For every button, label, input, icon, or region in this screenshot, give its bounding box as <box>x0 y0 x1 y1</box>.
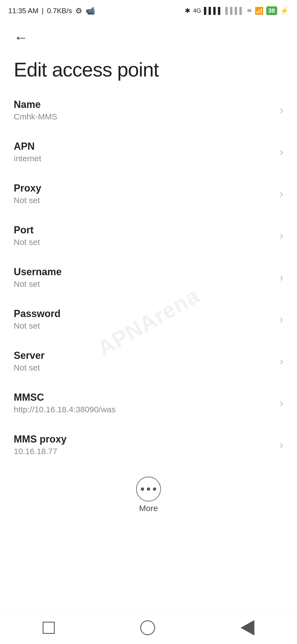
chevron-right-mms-proxy-icon: › <box>280 439 283 451</box>
camera-icon: 📹 <box>86 6 95 15</box>
settings-item-mmsc[interactable]: MMSC http://10.16.18.4:38090/was › <box>0 382 297 424</box>
settings-item-username[interactable]: Username Not set › <box>0 256 297 298</box>
more-button[interactable]: More <box>136 477 161 513</box>
nav-back-icon <box>241 620 254 635</box>
nav-recents-icon <box>43 622 55 634</box>
settings-item-apn[interactable]: APN internet › <box>0 131 297 173</box>
settings-item-mmsc-content: MMSC http://10.16.18.4:38090/was <box>14 392 274 414</box>
settings-label-password: Password <box>14 308 274 320</box>
back-button[interactable]: ← <box>11 28 31 47</box>
more-dots-icon <box>141 487 156 491</box>
status-right: ✱ 4G ▌▌▌▌ ▌▌▌▌ ✕ 📶 38 ⚡ <box>185 6 289 15</box>
dot-1 <box>141 487 144 491</box>
more-label: More <box>139 504 158 513</box>
settings-value-mms-proxy: 10.16.18.77 <box>14 447 274 456</box>
settings-item-username-content: Username Not set <box>14 266 274 289</box>
signal-bars2-icon: ▌▌▌▌ <box>226 7 244 15</box>
settings-item-server[interactable]: Server Not set › <box>0 340 297 382</box>
status-speed: 0.7KB/s <box>47 7 72 15</box>
charging-icon: ⚡ <box>280 7 289 15</box>
settings-label-proxy: Proxy <box>14 182 274 194</box>
settings-label-apn: APN <box>14 141 274 152</box>
nav-back-button[interactable] <box>235 615 260 641</box>
settings-value-mmsc: http://10.16.18.4:38090/was <box>14 405 274 414</box>
settings-value-proxy: Not set <box>14 196 274 205</box>
chevron-right-proxy-icon: › <box>280 188 283 200</box>
top-nav: ← <box>0 19 297 50</box>
battery-indicator: 38 <box>266 6 277 15</box>
settings-label-username: Username <box>14 266 274 278</box>
signal-4g-icon: 4G <box>193 7 201 14</box>
settings-item-apn-content: APN internet <box>14 141 274 163</box>
nav-home-icon <box>140 620 155 635</box>
settings-item-name[interactable]: Name Cmhk-MMS › <box>0 89 297 131</box>
settings-label-mms-proxy: MMS proxy <box>14 433 274 445</box>
settings-item-port-content: Port Not set <box>14 224 274 247</box>
settings-label-server: Server <box>14 350 274 361</box>
settings-value-port: Not set <box>14 238 274 247</box>
settings-item-name-content: Name Cmhk-MMS <box>14 99 274 121</box>
nav-bar <box>0 611 297 644</box>
settings-icon: ⚙ <box>75 6 82 15</box>
settings-item-password[interactable]: Password Not set › <box>0 298 297 340</box>
more-section: More <box>0 468 297 524</box>
battery-level: 38 <box>268 7 275 14</box>
settings-item-mms-proxy[interactable]: MMS proxy 10.16.18.77 › <box>0 424 297 466</box>
chevron-right-password-icon: › <box>280 313 283 326</box>
chevron-right-server-icon: › <box>280 355 283 367</box>
settings-item-password-content: Password Not set <box>14 308 274 331</box>
nav-home-button[interactable] <box>135 615 161 641</box>
settings-item-proxy-content: Proxy Not set <box>14 182 274 205</box>
settings-value-server: Not set <box>14 363 274 372</box>
status-separator: | <box>42 7 44 15</box>
more-circle-icon <box>136 477 161 501</box>
no-signal-icon: ✕ <box>247 7 252 14</box>
settings-list: Name Cmhk-MMS › APN internet › Proxy Not… <box>0 86 297 468</box>
page-title: Edit access point <box>0 50 297 86</box>
dot-3 <box>153 487 156 491</box>
settings-label-name: Name <box>14 99 274 110</box>
dot-2 <box>147 487 150 491</box>
settings-item-mms-proxy-content: MMS proxy 10.16.18.77 <box>14 433 274 456</box>
settings-item-server-content: Server Not set <box>14 350 274 372</box>
chevron-right-username-icon: › <box>280 271 283 284</box>
settings-label-mmsc: MMSC <box>14 392 274 403</box>
settings-value-username: Not set <box>14 279 274 289</box>
settings-value-apn: internet <box>14 154 274 163</box>
status-time: 11:35 AM <box>8 7 38 15</box>
nav-recents-button[interactable] <box>37 616 60 639</box>
settings-item-port[interactable]: Port Not set › <box>0 215 297 256</box>
status-bar: 11:35 AM | 0.7KB/s ⚙ 📹 ✱ 4G ▌▌▌▌ ▌▌▌▌ ✕ … <box>0 0 297 19</box>
settings-value-name: Cmhk-MMS <box>14 112 274 121</box>
wifi-icon: 📶 <box>255 7 263 15</box>
chevron-right-apn-icon: › <box>280 146 283 158</box>
settings-label-port: Port <box>14 224 274 236</box>
settings-item-proxy[interactable]: Proxy Not set › <box>0 173 297 215</box>
back-arrow-icon: ← <box>14 29 28 45</box>
signal-bars-icon: ▌▌▌▌ <box>204 7 222 15</box>
chevron-right-name-icon: › <box>280 104 283 116</box>
chevron-right-port-icon: › <box>280 230 283 242</box>
settings-value-password: Not set <box>14 321 274 331</box>
bluetooth-icon: ✱ <box>185 7 190 15</box>
chevron-right-mmsc-icon: › <box>280 397 283 409</box>
status-left: 11:35 AM | 0.7KB/s ⚙ 📹 <box>8 6 95 15</box>
